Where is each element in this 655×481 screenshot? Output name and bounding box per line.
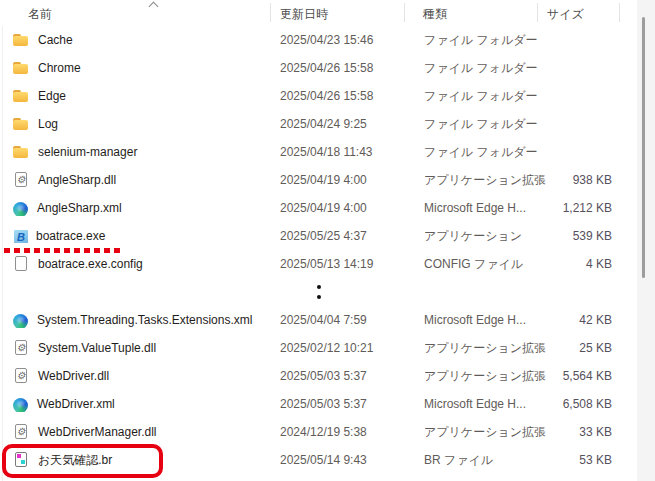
date-modified-cell: 2025/04/19 4:00: [280, 201, 424, 215]
type-cell: アプリケーション拡張: [424, 424, 538, 441]
folder-icon: [13, 32, 29, 48]
column-separator[interactable]: [537, 3, 538, 22]
edge-browser-icon: [13, 202, 28, 216]
file-row[interactable]: selenium-manager 2025/04/18 11:43 ファイル フ…: [0, 138, 655, 166]
file-name-cell: boatrace.exe.config: [13, 256, 280, 272]
folder-icon: [13, 88, 29, 104]
edge-browser-icon: [13, 314, 28, 328]
file-row[interactable]: AngleSharp.xml 2025/04/19 4:00 Microsoft…: [0, 194, 655, 222]
omitted-rows-ellipsis: [317, 285, 322, 305]
vertical-scrollbar-track[interactable]: [637, 0, 655, 481]
file-row[interactable]: B boatrace.exe 2025/05/25 4:37 アプリケーション …: [0, 222, 655, 250]
file-name-cell: ⚙ System.ValueTuple.dll: [13, 340, 280, 356]
file-row[interactable]: boatrace.exe.config 2025/05/13 14:19 CON…: [0, 250, 655, 278]
date-modified-cell: 2025/05/03 5:37: [280, 397, 424, 411]
file-name-label: Chrome: [38, 61, 81, 75]
folder-icon: [13, 60, 29, 76]
file-name-cell: WebDriver.xml: [13, 397, 280, 412]
file-row[interactable]: Chrome 2025/04/26 15:58 ファイル フォルダー: [0, 54, 655, 82]
size-cell: 6,508 KB: [538, 397, 614, 411]
file-row[interactable]: Cache 2025/04/23 15:46 ファイル フォルダー: [0, 26, 655, 54]
file-name-label: selenium-manager: [38, 145, 137, 159]
date-modified-cell: 2025/04/04 7:59: [280, 313, 424, 327]
file-name-label: boatrace.exe: [36, 229, 105, 243]
type-cell: アプリケーション拡張: [424, 340, 538, 357]
size-cell: 5,564 KB: [538, 369, 614, 383]
file-name-cell: ⚙ WebDriverManager.dll: [13, 424, 280, 440]
file-row[interactable]: System.Threading.Tasks.Extensions.xml 20…: [0, 306, 655, 334]
folder-icon: [13, 144, 29, 160]
column-separator[interactable]: [619, 3, 620, 22]
file-row[interactable]: WebDriver.xml 2025/05/03 5:37 Microsoft …: [0, 390, 655, 418]
file-row[interactable]: ⚙ System.ValueTuple.dll 2025/02/12 10:21…: [0, 334, 655, 362]
date-modified-cell: 2025/05/13 14:19: [280, 257, 424, 271]
file-name-cell: selenium-manager: [13, 144, 280, 160]
folder-icon: [13, 116, 29, 132]
column-separator[interactable]: [270, 3, 271, 22]
dll-file-icon: ⚙: [13, 424, 29, 440]
sort-ascending-icon: [150, 1, 157, 8]
file-name-cell: System.Threading.Tasks.Extensions.xml: [13, 313, 280, 328]
size-cell: 938 KB: [538, 173, 614, 187]
type-cell: アプリケーション拡張: [424, 172, 538, 189]
type-cell: ファイル フォルダー: [424, 116, 538, 133]
file-name-label: WebDriver.dll: [38, 369, 109, 383]
date-modified-cell: 2025/02/12 10:21: [280, 341, 424, 355]
file-row[interactable]: Edge 2025/04/26 15:58 ファイル フォルダー: [0, 82, 655, 110]
date-modified-cell: 2025/05/25 4:37: [280, 229, 424, 243]
size-cell: 25 KB: [538, 341, 614, 355]
date-modified-cell: 2025/04/24 9:25: [280, 117, 424, 131]
edge-browser-icon: [13, 398, 28, 412]
dll-file-icon: ⚙: [13, 340, 29, 356]
type-cell: アプリケーション: [424, 228, 538, 245]
file-row[interactable]: ⚙ AngleSharp.dll 2025/04/19 4:00 アプリケーショ…: [0, 166, 655, 194]
size-cell: 4 KB: [538, 257, 614, 271]
file-name-label: boatrace.exe.config: [38, 257, 143, 271]
file-name-label: System.ValueTuple.dll: [38, 341, 156, 355]
type-cell: Microsoft Edge H...: [424, 313, 538, 327]
file-name-label: WebDriverManager.dll: [38, 425, 157, 439]
file-name-cell: Log: [13, 116, 280, 132]
file-name-label: Cache: [38, 33, 73, 47]
file-name-label: AngleSharp.xml: [37, 201, 122, 215]
file-name-cell: Chrome: [13, 60, 280, 76]
type-cell: アプリケーション拡張: [424, 368, 538, 385]
column-header-type[interactable]: 種類: [423, 6, 447, 23]
boatrace-app-icon: B: [14, 230, 28, 243]
file-name-label: AngleSharp.dll: [38, 173, 116, 187]
column-separator[interactable]: [404, 3, 405, 22]
type-cell: CONFIG ファイル: [424, 256, 538, 273]
column-header-name[interactable]: 名前: [28, 6, 52, 23]
date-modified-cell: 2025/04/23 15:46: [280, 33, 424, 47]
size-cell: 1,212 KB: [538, 201, 614, 215]
vertical-scrollbar-thumb[interactable]: [642, 17, 645, 278]
type-cell: ファイル フォルダー: [424, 60, 538, 77]
file-name-cell: Cache: [13, 32, 280, 48]
size-cell: 539 KB: [538, 229, 614, 243]
column-header-size[interactable]: サイズ: [547, 6, 584, 23]
date-modified-cell: 2025/05/03 5:37: [280, 369, 424, 383]
file-row[interactable]: Log 2025/04/24 9:25 ファイル フォルダー: [0, 110, 655, 138]
file-name-cell: ⚙ WebDriver.dll: [13, 368, 280, 384]
date-modified-cell: 2025/04/18 11:43: [280, 145, 424, 159]
red-highlight-box-annotation: [2, 444, 163, 478]
type-cell: Microsoft Edge H...: [424, 397, 538, 411]
type-cell: Microsoft Edge H...: [424, 201, 538, 215]
file-name-label: System.Threading.Tasks.Extensions.xml: [37, 313, 252, 327]
file-list-top: Cache 2025/04/23 15:46 ファイル フォルダー Chrome…: [0, 26, 655, 278]
file-row[interactable]: ⚙ WebDriver.dll 2025/05/03 5:37 アプリケーション…: [0, 362, 655, 390]
red-dotted-underline-annotation: [4, 248, 120, 253]
column-header-row: 名前 更新日時 種類 サイズ: [0, 0, 655, 26]
type-cell: BR ファイル: [424, 452, 538, 469]
date-modified-cell: 2025/04/26 15:58: [280, 89, 424, 103]
size-cell: 42 KB: [538, 313, 614, 327]
type-cell: ファイル フォルダー: [424, 88, 538, 105]
type-cell: ファイル フォルダー: [424, 144, 538, 161]
column-header-date-modified[interactable]: 更新日時: [280, 6, 328, 23]
file-row[interactable]: ⚙ WebDriverManager.dll 2024/12/19 5:38 ア…: [0, 418, 655, 446]
date-modified-cell: 2024/12/19 5:38: [280, 425, 424, 439]
config-file-icon: [13, 256, 29, 272]
dll-file-icon: ⚙: [13, 368, 29, 384]
size-cell: 33 KB: [538, 425, 614, 439]
date-modified-cell: 2025/05/14 9:43: [280, 453, 424, 467]
